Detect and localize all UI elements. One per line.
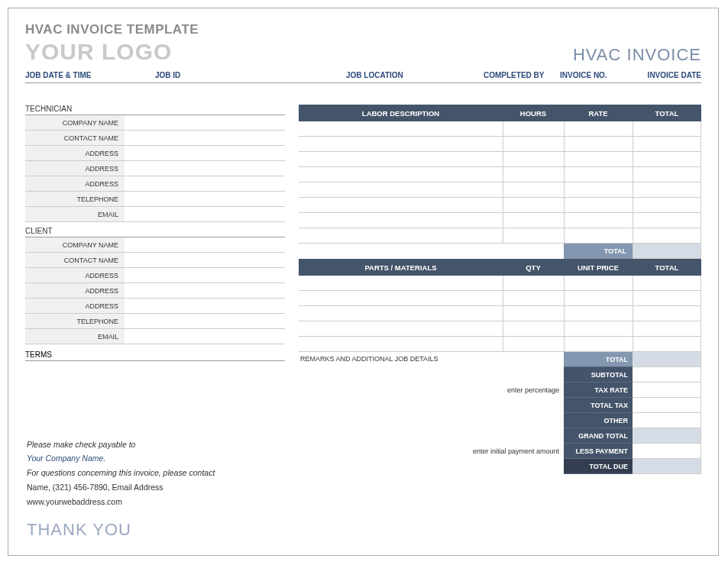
tax-rate-label: TAX RATE — [564, 383, 633, 398]
thank-you: THANK YOU — [27, 520, 215, 540]
parts-row[interactable] — [299, 291, 701, 306]
right-column: LABOR DESCRIPTION HOURS RATE TOTAL TOTAL… — [299, 105, 701, 474]
less-payment-label: LESS PAYMENT — [564, 444, 633, 459]
labor-row[interactable] — [299, 182, 701, 198]
logo-placeholder: YOUR LOGO — [25, 39, 172, 65]
header-invoice-date: INVOICE DATE — [636, 71, 701, 79]
labor-row[interactable] — [299, 152, 701, 167]
subtotal-label: SUBTOTAL — [564, 367, 633, 383]
labor-total-value — [633, 244, 701, 259]
header-job-id: JOB ID — [155, 71, 346, 79]
other-value[interactable] — [633, 413, 701, 428]
labor-row[interactable] — [299, 228, 701, 244]
tech-addr1-label: ADDRESS — [25, 146, 125, 160]
terms-label: TERMS — [25, 349, 285, 361]
remarks-label: REMARKS AND ADDITIONAL JOB DETAILS — [299, 352, 564, 367]
labor-rate-header: RATE — [564, 109, 633, 118]
client-tel-label: TELEPHONE — [25, 314, 125, 328]
tech-addr2-label: ADDRESS — [25, 161, 125, 176]
left-column: TECHNICIAN COMPANY NAME CONTACT NAME ADD… — [25, 105, 285, 474]
total-due-label: TOTAL DUE — [564, 459, 633, 474]
tech-email-label: EMAIL — [25, 207, 125, 221]
labor-row[interactable] — [299, 137, 701, 152]
tech-contact-label: CONTACT NAME — [25, 131, 125, 145]
labor-total-header: TOTAL — [633, 109, 701, 118]
subtotal-value — [633, 367, 701, 383]
parts-row[interactable] — [299, 337, 701, 352]
footer-web: www.yourwebaddress.com — [27, 495, 215, 509]
tech-company-label: COMPANY NAME — [25, 115, 125, 130]
footer-line1: Please make check payable to — [27, 437, 215, 452]
parts-desc-header: PARTS / MATERIALS — [299, 263, 503, 272]
client-section: CLIENT — [25, 227, 285, 237]
client-addr1-label: ADDRESS — [25, 268, 125, 282]
header-completed-by: COMPLETED BY — [484, 71, 560, 79]
total-tax-label: TOTAL TAX — [564, 398, 633, 413]
labor-total-label: TOTAL — [564, 244, 633, 259]
client-company-label: COMPANY NAME — [25, 237, 125, 252]
technician-section: TECHNICIAN — [25, 105, 285, 115]
parts-header: PARTS / MATERIALS QTY UNIT PRICE TOTAL — [299, 259, 701, 276]
labor-desc-header: LABOR DESCRIPTION — [299, 109, 503, 118]
less-payment-note: enter initial payment amount — [299, 444, 564, 459]
labor-total-row: TOTAL — [299, 244, 701, 259]
tax-rate-note: enter percentage — [299, 383, 564, 398]
tax-rate-value[interactable] — [633, 383, 701, 398]
labor-row[interactable] — [299, 198, 701, 213]
labor-row[interactable] — [299, 213, 701, 228]
header-job-date: JOB DATE & TIME — [25, 71, 155, 79]
logo-row: YOUR LOGO HVAC INVOICE — [25, 39, 701, 65]
job-header-row: JOB DATE & TIME JOB ID JOB LOCATION COMP… — [25, 66, 701, 83]
parts-row[interactable] — [299, 306, 701, 321]
parts-row[interactable] — [299, 321, 701, 337]
grand-total-value — [633, 428, 701, 444]
invoice-title: HVAC INVOICE — [573, 45, 701, 65]
header-job-location: JOB LOCATION — [346, 71, 484, 79]
other-label: OTHER — [564, 413, 633, 428]
parts-qty-header: QTY — [503, 263, 564, 272]
labor-hours-header: HOURS — [503, 109, 564, 118]
tech-addr3-label: ADDRESS — [25, 176, 125, 191]
footer-contact: Name, (321) 456-7890, Email Address — [27, 480, 215, 495]
footer-company-name: Your Company Name. — [27, 451, 215, 466]
labor-header: LABOR DESCRIPTION HOURS RATE TOTAL — [299, 105, 701, 121]
tech-tel-label: TELEPHONE — [25, 192, 125, 206]
document-title: HVAC INVOICE TEMPLATE — [25, 22, 701, 37]
client-email-label: EMAIL — [25, 329, 125, 344]
invoice-page: HVAC INVOICE TEMPLATE YOUR LOGO HVAC INV… — [8, 8, 719, 556]
parts-row[interactable] — [299, 276, 701, 291]
labor-row[interactable] — [299, 121, 701, 137]
header-invoice-no: INVOICE NO. — [560, 71, 636, 79]
parts-total-label: TOTAL — [564, 352, 633, 367]
footer-line3: For questions concerning this invoice, p… — [27, 466, 215, 480]
total-tax-value — [633, 398, 701, 413]
parts-unit-header: UNIT PRICE — [564, 263, 633, 272]
grand-total-label: GRAND TOTAL — [564, 428, 633, 444]
parts-total-header: TOTAL — [633, 263, 701, 272]
client-addr3-label: ADDRESS — [25, 299, 125, 313]
client-contact-label: CONTACT NAME — [25, 253, 125, 267]
footer: Please make check payable to Your Compan… — [27, 437, 215, 540]
less-payment-value[interactable] — [633, 444, 701, 459]
labor-row[interactable] — [299, 167, 701, 182]
client-addr2-label: ADDRESS — [25, 283, 125, 298]
parts-total-value — [633, 352, 701, 367]
total-due-value — [633, 459, 701, 474]
